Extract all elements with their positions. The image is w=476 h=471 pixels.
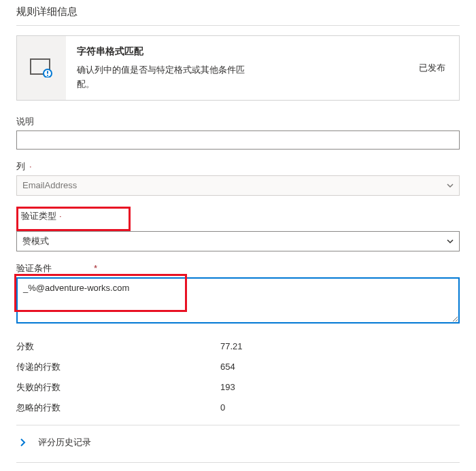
- validation-condition-input[interactable]: [16, 277, 460, 324]
- required-dot: ·: [29, 161, 32, 171]
- stat-label-score: 分数: [16, 341, 220, 353]
- stats-section: 分数 77.21 传递的行数 654 失败的行数 193 忽略的行数 0: [16, 336, 460, 418]
- field-column: 列·: [16, 160, 460, 196]
- validation-type-select[interactable]: [16, 231, 460, 251]
- description-input[interactable]: [16, 130, 460, 150]
- stat-value-score: 77.21: [220, 341, 243, 351]
- divider: [16, 462, 460, 463]
- divider: [16, 425, 460, 425]
- score-history-label: 评分历史记录: [38, 436, 91, 449]
- field-validation-type: [16, 231, 460, 251]
- stat-value-ignored: 0: [220, 402, 225, 413]
- stat-row-ignored: 忽略的行数 0: [16, 398, 460, 418]
- vcond-label-text: 验证条件: [16, 262, 52, 275]
- field-validation-condition: 验证条件 *: [16, 262, 460, 326]
- stat-value-passed: 654: [220, 362, 235, 372]
- required-asterisk: *: [94, 263, 97, 273]
- vtype-label-text: 验证类型: [21, 210, 56, 222]
- description-label: 说明: [16, 116, 460, 128]
- vtype-label: 验证类型 ·: [21, 210, 126, 222]
- svg-point-3: [47, 75, 48, 76]
- rule-status: 已发布: [419, 62, 445, 74]
- rule-title: 字符串格式匹配: [77, 46, 448, 58]
- vcond-label: 验证条件 *: [16, 262, 460, 275]
- stat-label-passed: 传递的行数: [16, 361, 220, 373]
- stat-label-ignored: 忽略的行数: [16, 402, 220, 414]
- rule-type-icon: [30, 58, 53, 77]
- score-history-toggle[interactable]: 评分历史记录: [16, 430, 460, 455]
- column-select[interactable]: [16, 175, 460, 196]
- field-description: 说明: [16, 116, 460, 150]
- column-label-text: 列: [16, 160, 25, 173]
- page-title: 规则详细信息: [16, 5, 460, 25]
- required-dot: ·: [59, 211, 62, 221]
- column-label: 列·: [16, 160, 460, 173]
- stat-row-passed: 传递的行数 654: [16, 357, 460, 377]
- stat-label-failed: 失败的行数: [16, 381, 220, 394]
- highlight-validation-type-label: 验证类型 ·: [16, 207, 131, 231]
- rule-summary-card: 字符串格式匹配 确认列中的值是否与特定格式或其他条件匹配。 已发布: [16, 35, 460, 101]
- chevron-right-icon: [19, 438, 26, 447]
- rule-icon-box: [17, 36, 66, 100]
- rule-desc: 确认列中的值是否与特定格式或其他条件匹配。: [77, 63, 254, 92]
- stat-row-score: 分数 77.21: [16, 336, 460, 357]
- stat-value-failed: 193: [220, 382, 235, 392]
- stat-row-failed: 失败的行数 193: [16, 377, 460, 398]
- divider: [16, 25, 460, 26]
